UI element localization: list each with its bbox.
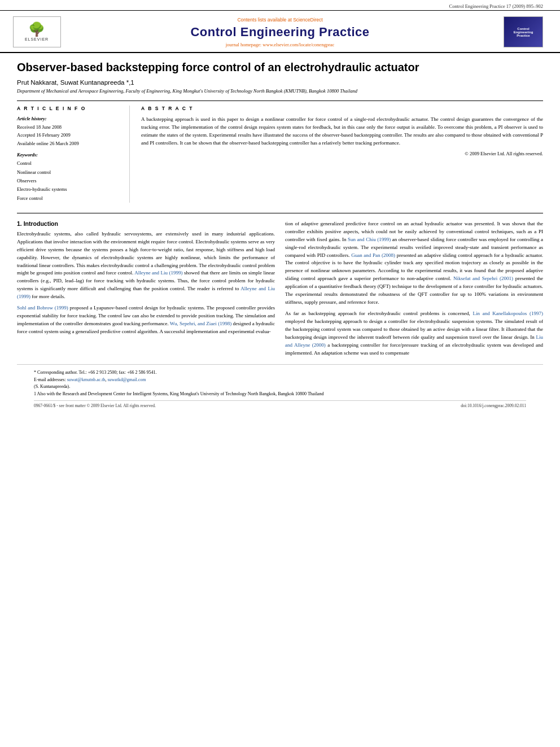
keywords-list: Control Nonlinear control Observers Elec… [17,159,121,202]
journal-homepage: journal homepage: www.elsevier.com/locat… [71,42,489,47]
keyword-1: Control [17,159,121,168]
body-col-left: 1. Introduction Electrohydraulic systems… [17,220,275,361]
ref-guan-2008[interactable]: Guan and Pan (2008) [351,252,395,258]
keywords-label: Keywords: [17,152,121,158]
email-2[interactable]: suwatkd@gmail.com [107,377,146,382]
body-para-2: Sohl and Bobrow (1999) proposed a Lyapun… [17,304,275,336]
email-note: E-mail addresses: suwat@kmutnb.ac.th, su… [34,377,526,384]
ref-wu-1998[interactable]: Wu, Sepehri, and Ziaei (1998) [170,321,231,326]
keyword-3: Observers [17,177,121,185]
corresponding-note: * Corresponding author. Tel.: +66 2 913 … [34,369,526,377]
ref-alleyne-1999-1[interactable]: Alleyne and Liu (1999) [134,270,182,276]
sciencedirect-link: Contents lists available at ScienceDirec… [71,17,489,23]
ref-niksefat-2001[interactable]: Niksefat and Sepehri (2001) [453,276,513,281]
article-authors: Prut Nakkarat, Suwat Kuntanapreeda *,1 [17,79,543,86]
body-col-right: tion of adaptive generalized predictive … [285,220,543,361]
page: Control Engineering Practice 17 (2009) 8… [0,0,560,747]
body-para-3: tion of adaptive generalized predictive … [285,220,543,307]
available-date: Available online 26 March 2009 [17,139,121,147]
body-columns: 1. Introduction Electrohydraulic systems… [17,220,543,361]
keyword-4: Electro-hydraulic systems [17,185,121,194]
sciencedirect-name[interactable]: ScienceDirect [293,17,322,23]
received-date: Received 18 June 2008 [17,123,121,131]
journal-cover-container: Control Engineering Practice [498,16,549,47]
main-content: Observer-based backstepping force contro… [0,53,560,420]
body-para-4: As far as backstepping approach for elec… [285,310,543,357]
journal-citation: Control Engineering Practice 17 (2009) 8… [449,3,543,9]
elsevier-logo-container: 🌳 ELSEVIER [11,16,62,47]
journal-homepage-url[interactable]: www.elsevier.com/locate/conengprac [262,42,334,47]
ref-sun-1999[interactable]: Sun and Chiu (1999) [348,237,391,242]
footer-bar: 0967-0661/$ - see front matter © 2009 El… [34,400,526,408]
accepted-date: Accepted 16 February 2009 [17,131,121,139]
article-dates: Received 18 June 2008 Accepted 16 Februa… [17,123,121,147]
abstract-heading: A B S T R A C T [141,106,543,111]
body-para-1: Electrohydraulic systems, also called hy… [17,230,275,301]
elsevier-tree-icon: 🌳 [28,23,45,36]
journal-citation-bar: Control Engineering Practice 17 (2009) 8… [0,0,560,11]
ref-liu-2000[interactable]: Liu and Alleyne (2000) [285,334,543,348]
article-title: Observer-based backstepping force contro… [17,60,543,75]
footnotes: * Corresponding author. Tel.: +66 2 913 … [34,369,526,398]
abstract-box: A B S T R A C T A backstepping approach … [141,106,543,203]
affil-note: (S. Kuntanapreeda). [34,383,526,391]
footnote-1: 1 Also with the Research and Development… [34,391,526,398]
elsevier-wordmark: ELSEVIER [25,37,49,41]
elsevier-logo: 🌳 ELSEVIER [13,16,61,47]
page-footer: * Corresponding author. Tel.: +66 2 913 … [17,364,543,413]
journal-header-center: Contents lists available at ScienceDirec… [62,17,498,47]
section-divider [17,213,543,213]
article-info-box: A R T I C L E I N F O Article history: R… [17,106,130,203]
ref-alleyne-1999-2[interactable]: Alleyne and Liu (1999) [17,286,275,299]
ref-lin-1997[interactable]: Lin and Kanellakopoulos (1997) [473,311,543,316]
keyword-2: Nonlinear control [17,168,121,177]
article-history-label: Article history: [17,116,121,121]
footer-doi: doi:10.1016/j.conengprac.2009.02.011 [461,403,526,408]
footer-issn: 0967-0661/$ - see front matter © 2009 El… [34,403,156,408]
ref-sohl-1999[interactable]: Sohl and Bobrow (1999) [17,305,68,311]
journal-title: Control Engineering Practice [71,25,489,40]
email-1[interactable]: suwat@kmutnb.ac.th [67,377,106,382]
section-number: 1. [17,220,24,227]
copyright-notice: © 2009 Elsevier Ltd. All rights reserved… [141,151,543,156]
journal-header: 🌳 ELSEVIER Contents lists available at S… [0,11,560,53]
section-1-heading: 1. Introduction [17,220,275,227]
keyword-5: Force control [17,194,121,203]
abstract-text: A backstepping approach is used in this … [141,116,543,147]
info-abstract-section: A R T I C L E I N F O Article history: R… [17,101,543,203]
article-affiliation: Department of Mechanical and Aerospace E… [17,88,543,94]
section-1-title: Introduction [24,220,58,227]
article-info-heading: A R T I C L E I N F O [17,106,121,111]
journal-cover-thumbnail: Control Engineering Practice [504,16,543,47]
